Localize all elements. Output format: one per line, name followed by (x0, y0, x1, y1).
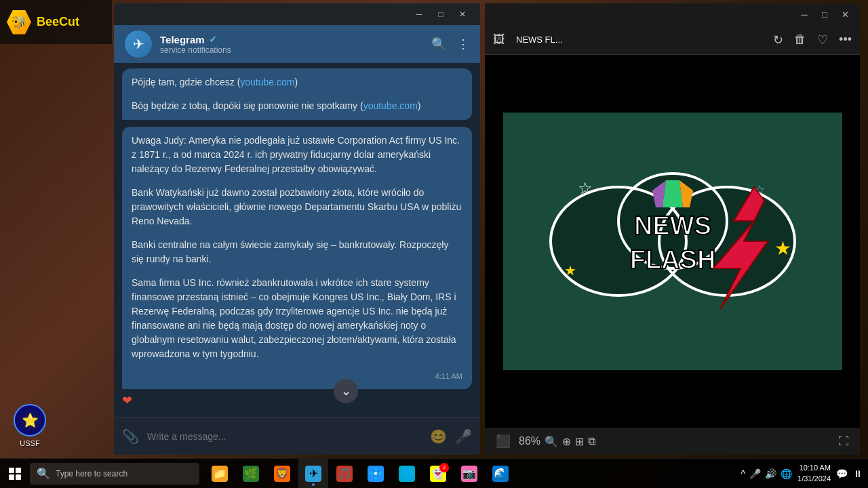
photos-zoom-controls: 86% 🔍 ⊕ ⊞ ⧉ (519, 435, 595, 448)
photos-minimize-button[interactable]: ─ (795, 5, 814, 24)
beecut-title: BeeCut (37, 15, 79, 29)
photos-close-button[interactable]: ✕ (835, 5, 854, 24)
beecut-icon: 🐝 (7, 10, 31, 35)
message-bubble-1: Pójdę tam, gdzie chcesz (youtube.com) Bó… (122, 68, 472, 120)
photos-heart-icon[interactable]: ♡ (817, 33, 828, 47)
taskbar-brave[interactable]: 🦁 (267, 459, 297, 489)
red-app-icon: 🎵 (336, 466, 353, 482)
blue-app-icon: 💠 (368, 466, 384, 482)
search-icon: 🔍 (37, 467, 50, 480)
message-time: 4:11 AM (132, 371, 462, 382)
windows-icon (9, 468, 21, 480)
telegram-window: ─ □ ✕ ✈ Telegram ✓ service notifications… (114, 3, 480, 455)
photos-zoom-out-icon[interactable]: 🔍 (545, 435, 558, 448)
svg-text:FLASH: FLASH (629, 245, 715, 274)
telegram-header-actions: 🔍 ⋮ (431, 37, 469, 52)
msg-paragraph-america: Uwaga Judy: Ameryka nie podlegała już us… (132, 134, 462, 176)
photos-filmstrip-icon[interactable]: ⬛ (496, 434, 511, 449)
telegram-minimize-button[interactable]: ─ (410, 5, 429, 24)
telegram-more-button[interactable]: ⋮ (457, 37, 469, 52)
telegram-avatar: ✈ (125, 30, 152, 58)
telegram-header: ✈ Telegram ✓ service notifications 🔍 ⋮ (114, 25, 480, 63)
pause-icon[interactable]: ⏸ (853, 468, 863, 479)
photos-maximize-button[interactable]: □ (815, 5, 834, 24)
taskbar-app-red[interactable]: 🎵 (330, 459, 359, 489)
photos-window-controls: ─ □ ✕ (795, 5, 854, 24)
photos-file-title: NEWS FL... (516, 35, 563, 45)
microphone-tray-icon[interactable]: 🎤 (749, 468, 761, 479)
edge-icon: 🌊 (492, 466, 509, 482)
ussf-label: USSF (20, 439, 39, 447)
msg-paragraph-banki: Banki centralne na całym świecie zamykał… (132, 238, 462, 266)
photos-titlebar: ─ □ ✕ (485, 3, 860, 25)
beecut-logo: 🐝 BeeCut (7, 10, 79, 35)
photos-fit-icon[interactable]: ⊞ (575, 435, 584, 448)
svg-text:★: ★ (774, 238, 791, 259)
taskbar-app-blue[interactable]: 💠 (361, 459, 391, 489)
photos-rotate-icon[interactable]: ↻ (773, 33, 783, 47)
photos-back-icon[interactable]: 🖼 (493, 33, 505, 47)
taskbar-app-pink[interactable]: 📷 (454, 459, 484, 489)
photos-copy-icon[interactable]: ⧉ (588, 435, 595, 447)
telegram-input-area: 📎 😊 🎤 (114, 417, 480, 455)
network-icon[interactable]: 🌐 (781, 468, 792, 479)
start-button[interactable] (0, 459, 30, 489)
brave-icon: 🦁 (274, 466, 290, 482)
chevron-down-icon: ⌄ (341, 384, 351, 399)
volume-icon[interactable]: 🔊 (765, 468, 776, 479)
photos-fullscreen-icon[interactable]: ⛶ (838, 435, 849, 447)
taskbar-right-area: ^ 🎤 🔊 🌐 10:10 AM 1/31/2024 💬 ⏸ (741, 463, 868, 484)
telegram-maximize-button[interactable]: □ (431, 5, 450, 24)
snapchat-badge: 2 (439, 463, 449, 472)
cyan-app-icon: 🌐 (399, 466, 415, 482)
pink-app-icon: 📷 (461, 466, 477, 482)
taskbar-search-placeholder: Type here to search (56, 469, 127, 479)
notification-icon[interactable]: 💬 (836, 468, 848, 479)
taskbar-system-tray: ^ 🎤 🔊 🌐 (741, 468, 792, 479)
svg-text:☆: ☆ (578, 179, 593, 197)
taskbar-app-green[interactable]: 🌿 (236, 459, 266, 489)
green-app-icon: 🌿 (243, 466, 259, 482)
msg-paragraph-us-inc: Sama firma US Inc. również zbankrutowała… (132, 276, 462, 361)
telegram-channel-name: Telegram ✓ (160, 34, 423, 45)
photos-more-icon[interactable]: ••• (839, 33, 852, 47)
news-flash-image: ☆ ☆ ★ ★ NEWS FLASH (503, 113, 842, 370)
attachment-icon[interactable]: 📎 (122, 428, 139, 445)
photos-toolbar-actions: ↻ 🗑 ♡ ••• (773, 33, 852, 47)
photos-bottom-bar: ⬛ 86% 🔍 ⊕ ⊞ ⧉ ⛶ (485, 428, 860, 455)
taskbar-app-cyan[interactable]: 🌐 (392, 459, 422, 489)
telegram-search-button[interactable]: 🔍 (431, 37, 446, 52)
taskbar-edge[interactable]: 🌊 (486, 459, 515, 489)
message-input[interactable] (147, 431, 422, 442)
message-paragraph-2: Bóg będzie z tobą, dopóki się ponownie n… (132, 99, 462, 113)
microphone-icon[interactable]: 🎤 (455, 428, 472, 445)
msg-paragraph-bank-watykanski: Bank Watykański już dawno został pozbawi… (132, 186, 462, 228)
svg-marker-32 (663, 180, 683, 207)
taskbar-file-explorer[interactable]: 📁 (205, 459, 235, 489)
taskbar: 🔍 Type here to search 📁 🌿 🦁 ✈ 🎵 💠 (0, 458, 868, 488)
heart-reaction[interactable]: ❤ (122, 393, 472, 408)
telegram-icon: ✈ (305, 466, 321, 482)
scroll-to-bottom-button[interactable]: ⌄ (334, 379, 358, 403)
taskbar-apps: 📁 🌿 🦁 ✈ 🎵 💠 🌐 👻 2 (205, 459, 515, 489)
svg-text:NEWS: NEWS (634, 211, 711, 240)
youtube-link-2[interactable]: youtube.com (363, 100, 418, 111)
tray-expand-icon[interactable]: ^ (741, 468, 745, 479)
verified-icon: ✓ (209, 34, 217, 45)
photos-toolbar: 🖼 NEWS FL... ↻ 🗑 ♡ ••• (485, 25, 860, 55)
taskbar-time[interactable]: 10:10 AM 1/31/2024 (797, 463, 831, 484)
svg-text:★: ★ (564, 263, 576, 278)
telegram-active-indicator (312, 483, 315, 486)
emoji-icon[interactable]: 😊 (430, 428, 447, 445)
photos-zoom-in-icon[interactable]: ⊕ (562, 435, 571, 448)
telegram-close-button[interactable]: ✕ (453, 5, 472, 24)
ussf-desktop-icon[interactable]: ⭐ USSF (14, 404, 46, 447)
taskbar-snapchat[interactable]: 👻 2 (423, 459, 453, 489)
youtube-link-1[interactable]: youtube.com (240, 77, 294, 87)
photos-zoom-percent: 86% (519, 435, 540, 447)
telegram-titlebar: ─ □ ✕ (114, 3, 480, 25)
taskbar-search-box[interactable]: 🔍 Type here to search (30, 463, 199, 485)
taskbar-telegram[interactable]: ✈ (298, 459, 328, 489)
photos-delete-icon[interactable]: 🗑 (794, 33, 806, 47)
telegram-subtitle: service notifications (160, 45, 423, 55)
